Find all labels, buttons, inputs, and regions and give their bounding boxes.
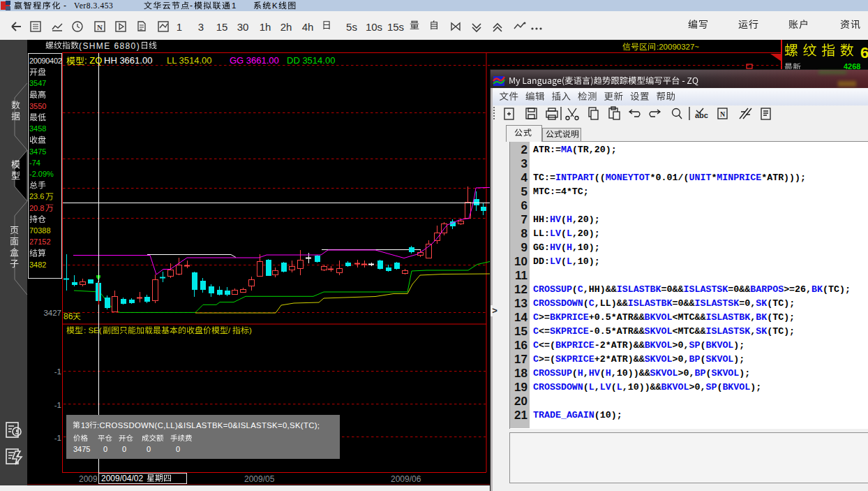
svg-text:-: -: [190, 1, 193, 10]
svg-text:3458: 3458: [29, 124, 46, 133]
svg-text:30: 30: [237, 21, 249, 33]
svg-text:N: N: [97, 23, 103, 31]
svg-text::20090327~: :20090327~: [657, 43, 699, 51]
svg-text:0: 0: [103, 445, 107, 453]
svg-text:4h: 4h: [302, 21, 314, 33]
svg-text:: ZQ: : ZQ: [84, 55, 102, 66]
svg-text:15s: 15s: [387, 21, 404, 33]
svg-text:-2.09%: -2.09%: [29, 170, 54, 178]
svg-text:(SHME 6880): (SHME 6880): [79, 41, 140, 51]
svg-text:1: 1: [177, 21, 182, 33]
svg-text:K: K: [272, 1, 278, 10]
svg-text:Ver8.3.453: Ver8.3.453: [74, 1, 113, 10]
svg-text:3482: 3482: [29, 261, 46, 269]
svg-text:DD 3514.00: DD 3514.00: [287, 55, 335, 66]
svg-text:1h: 1h: [260, 21, 271, 33]
svg-text:68: 68: [860, 44, 868, 61]
svg-text:HH 3661.00: HH 3661.00: [104, 55, 152, 66]
svg-text:GG 3661.00: GG 3661.00: [230, 55, 279, 66]
svg-text:2009/04/02: 2009/04/02: [101, 474, 143, 483]
svg-text:15: 15: [216, 21, 228, 33]
svg-text:: SE(: : SE(: [84, 326, 102, 335]
svg-text:86: 86: [63, 312, 73, 321]
svg-text:3427: 3427: [43, 309, 61, 317]
svg-text:/: /: [228, 326, 231, 335]
svg-text:20090402: 20090402: [29, 57, 62, 65]
svg-text:0: 0: [176, 445, 180, 453]
svg-text::CROSSDOWN(C,LL)&ISLASTBK=0&IS: :CROSSDOWN(C,LL)&ISLASTBK=0&ISLASTSK=0,S…: [97, 421, 320, 430]
svg-text:20.8: 20.8: [29, 204, 44, 212]
svg-text:3475: 3475: [29, 147, 46, 156]
svg-text:0: 0: [122, 445, 126, 453]
svg-text:-1: -1: [54, 434, 61, 442]
svg-text:10s: 10s: [366, 21, 382, 33]
svg-text:2009: 2009: [79, 474, 98, 484]
svg-text:3547: 3547: [29, 79, 46, 87]
svg-text:-1: -1: [54, 401, 61, 409]
svg-text:1: 1: [232, 1, 236, 10]
svg-text:0: 0: [147, 445, 151, 453]
svg-text:3475: 3475: [73, 445, 90, 453]
svg-text:-: -: [63, 1, 66, 10]
svg-text:27152: 27152: [29, 237, 51, 246]
svg-text:-1: -1: [54, 367, 61, 376]
svg-text:3550: 3550: [29, 102, 46, 110]
svg-text:LL 3514.00: LL 3514.00: [167, 55, 212, 66]
svg-text:70388: 70388: [29, 226, 51, 235]
svg-text:-74: -74: [29, 159, 40, 167]
svg-text:3: 3: [198, 21, 204, 33]
svg-text:2009/06: 2009/06: [391, 474, 421, 484]
svg-text:2h: 2h: [280, 21, 292, 33]
svg-text:abc: abc: [695, 111, 708, 119]
svg-text:5s: 5s: [346, 21, 357, 33]
svg-text:): ): [249, 326, 252, 335]
svg-text:23.6: 23.6: [29, 192, 44, 200]
svg-text:13: 13: [81, 421, 89, 430]
svg-text:2009/05: 2009/05: [244, 474, 275, 484]
svg-text:N: N: [720, 110, 726, 118]
